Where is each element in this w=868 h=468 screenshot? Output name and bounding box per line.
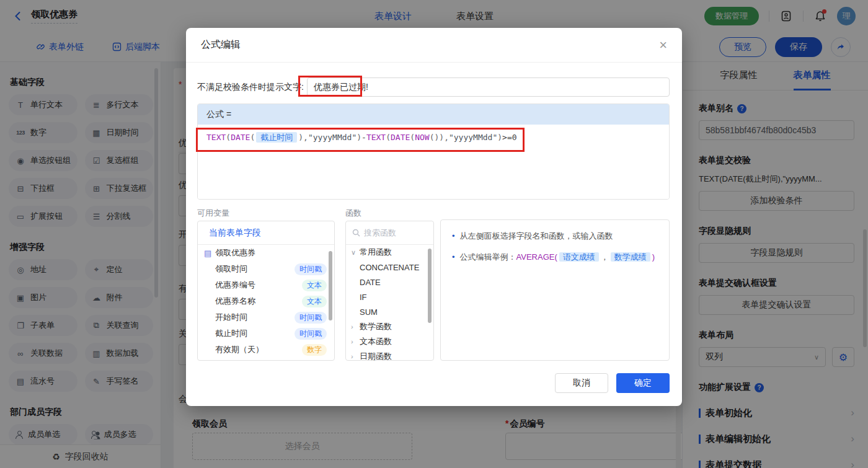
- variable-row[interactable]: 优惠券名称文本: [198, 293, 334, 309]
- bullet: •: [452, 251, 455, 263]
- formula-help-panel: •从左侧面板选择字段名和函数，或输入函数 •公式编辑举例：AVERAGE(语文成…: [440, 219, 670, 361]
- formula-token: TEXT: [206, 133, 226, 142]
- variable-row[interactable]: 领取时间时间戳: [198, 261, 334, 277]
- variable-name: 领取时间: [215, 263, 247, 275]
- confirm-button[interactable]: 确定: [616, 373, 670, 393]
- formula-token: NOW: [415, 133, 429, 142]
- function-item-IF[interactable]: IF: [346, 289, 433, 304]
- functions-scrollbar[interactable]: [428, 249, 432, 323]
- formula-header: 公式 =: [198, 104, 669, 125]
- formula-token: "yyyyMMdd": [308, 133, 356, 142]
- formula-token: >=0: [502, 133, 516, 142]
- example-text: ，: [601, 252, 609, 262]
- search-icon: [352, 229, 360, 237]
- variable-name: 优惠券编号: [215, 280, 255, 291]
- variable-tree-root[interactable]: ▤领取优惠券: [198, 245, 334, 261]
- example-field-chip: 语文成绩: [559, 252, 599, 262]
- variable-name: 开始时间: [215, 312, 247, 323]
- formula-token: "yyyyMMdd": [449, 133, 497, 142]
- variable-type-badge: 文本: [302, 280, 327, 291]
- functions-panel: 搜索函数 ∨常用函数CONCATENATEDATEIFSUM›数学函数›文本函数…: [345, 221, 434, 361]
- close-icon[interactable]: ×: [659, 38, 667, 52]
- formula-field-chip[interactable]: 截止时间: [256, 132, 297, 143]
- formula-edit-dialog: 公式编辑 × 不满足校验条件时提示文字: 优惠券已过期! 公式 = TEXT(D…: [186, 28, 682, 406]
- formula-token: DATE: [391, 133, 410, 142]
- variable-name: 有效期（天）: [215, 344, 264, 355]
- functions-label: 函数: [345, 208, 361, 219]
- variable-row[interactable]: 优惠券编号文本: [198, 277, 334, 293]
- form-doc-icon: ▤: [204, 249, 211, 258]
- cancel-button[interactable]: 取消: [555, 373, 608, 393]
- help-example: 公式编辑举例：AVERAGE(语文成绩，数学成绩): [460, 251, 655, 263]
- variable-row[interactable]: 截止时间时间戳: [198, 325, 334, 342]
- tip-text-input[interactable]: 优惠券已过期!: [307, 77, 670, 97]
- form-node-label: 领取优惠券: [215, 247, 255, 258]
- formula-token: ): [298, 133, 303, 142]
- variable-name: 截止时间: [215, 328, 247, 339]
- formula-token: ,: [303, 133, 308, 142]
- example-text: AVERAGE(: [516, 252, 557, 262]
- search-placeholder: 搜索函数: [364, 227, 396, 239]
- function-group-数学函数[interactable]: ›数学函数: [346, 319, 433, 334]
- variable-row[interactable]: 数字: [198, 358, 334, 361]
- variable-type-badge: 时间戳: [294, 328, 327, 340]
- function-group-label: 文本函数: [360, 336, 392, 347]
- function-search[interactable]: 搜索函数: [346, 221, 433, 245]
- variable-type-badge: 文本: [302, 296, 327, 307]
- formula-token: (: [226, 133, 231, 142]
- example-field-chip: 数学成绩: [611, 252, 650, 262]
- formula-token: -: [361, 133, 366, 142]
- variables-scrollbar[interactable]: [329, 251, 332, 320]
- current-form-fields-tab[interactable]: 当前表单字段: [198, 221, 334, 245]
- variable-row[interactable]: 开始时间时间戳: [198, 309, 334, 325]
- dialog-title: 公式编辑: [201, 38, 241, 51]
- variable-type-badge: 时间戳: [294, 312, 327, 324]
- formula-token: ): [497, 133, 502, 142]
- chevron-right-icon: ›: [351, 323, 360, 330]
- formula-editor: 公式 = TEXT(DATE(截止时间),"yyyyMMdd")-TEXT(DA…: [197, 104, 670, 200]
- function-group-label: 常用函数: [360, 247, 392, 258]
- example-text: 公式编辑举例：: [460, 252, 516, 262]
- bullet: •: [452, 230, 455, 242]
- function-group-常用函数[interactable]: ∨常用函数: [346, 245, 433, 260]
- variable-type-badge: 数字: [302, 344, 327, 356]
- function-group-label: 日期函数: [360, 351, 392, 361]
- formula-token: (: [410, 133, 415, 142]
- variable-type-badge: 时间戳: [294, 263, 327, 275]
- variable-type-badge: 数字: [302, 360, 327, 361]
- formula-token: ): [439, 133, 444, 142]
- formula-token: ): [356, 133, 361, 142]
- function-group-label: 数学函数: [360, 321, 392, 332]
- variables-panel: 当前表单字段 ▤领取优惠券领取时间时间戳优惠券编号文本优惠券名称文本开始时间时间…: [197, 221, 335, 361]
- formula-token: (: [386, 133, 391, 142]
- example-text: ): [652, 252, 655, 262]
- formula-input-area[interactable]: TEXT(DATE(截止时间),"yyyyMMdd")-TEXT(DATE(NO…: [198, 125, 669, 200]
- function-item-DATE[interactable]: DATE: [346, 275, 433, 289]
- variable-row[interactable]: 有效期（天）数字: [198, 342, 334, 358]
- function-item-SUM[interactable]: SUM: [346, 304, 433, 319]
- variables-label: 可用变量: [197, 208, 229, 219]
- formula-token: TEXT: [366, 133, 386, 142]
- chevron-right-icon: ›: [351, 353, 360, 360]
- tip-text-label: 不满足校验条件时提示文字:: [197, 82, 304, 93]
- formula-token: (: [250, 133, 255, 142]
- formula-token: DATE: [231, 133, 250, 142]
- formula-token: ,: [444, 133, 449, 142]
- function-group-日期函数[interactable]: ›日期函数: [346, 349, 433, 361]
- function-group-文本函数[interactable]: ›文本函数: [346, 334, 433, 349]
- function-item-CONCATENATE[interactable]: CONCATENATE: [346, 260, 433, 275]
- chevron-down-icon: ∨: [351, 249, 360, 257]
- help-text-1: 从左侧面板选择字段名和函数，或输入函数: [460, 230, 613, 242]
- chevron-right-icon: ›: [351, 338, 360, 345]
- variable-name: 优惠券名称: [215, 296, 255, 307]
